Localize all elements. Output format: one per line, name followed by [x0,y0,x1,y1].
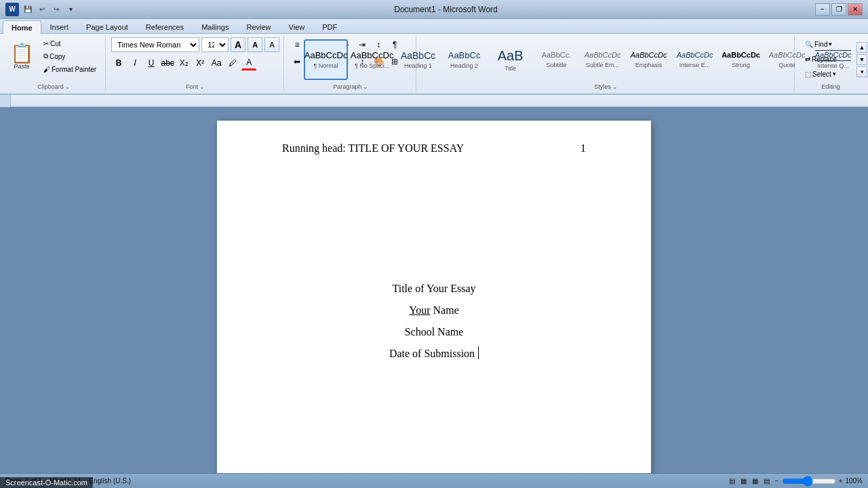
align-left-button[interactable]: ⬅ [290,54,304,69]
view-fullscreen-btn[interactable]: ▦ [741,477,747,485]
more-quick-btn[interactable]: ▾ [64,3,77,16]
style-emphasis-preview: AaBbCcDc [631,51,667,60]
font-expand-icon[interactable]: ⌄ [199,83,205,90]
style-heading2-preview: AaBbCc [448,50,481,61]
copy-icon: ⧉ [43,52,48,60]
replace-button[interactable]: ⇄ Replace [800,52,861,66]
tab-pdf[interactable]: PDF [313,20,346,33]
clipboard-small-buttons: ✂ Cut ⧉ Copy 🖌 Format Painter [39,37,101,82]
clipboard-label: Clipboard ⌄ [37,82,71,90]
zoom-slider[interactable] [782,477,836,485]
undo-quick-btn[interactable]: ↩ [36,3,48,16]
clipboard-expand-icon[interactable]: ⌄ [65,83,71,90]
underline-button[interactable]: U [144,56,159,70]
view-outline-btn[interactable]: ▤ [764,477,770,485]
strikethrough-button[interactable]: abc [160,56,175,70]
zoom-level: 100% [845,477,863,485]
find-button[interactable]: 🔍 Find ▾ [800,37,861,51]
redo-quick-btn[interactable]: ↪ [50,3,62,16]
font-family-select[interactable]: Times New Roman [111,37,199,52]
superscript-button[interactable]: X² [193,56,208,70]
italic-button[interactable]: I [127,56,142,70]
style-no-spacing[interactable]: AaBbCcDc ¶ No Spaci... [350,39,394,80]
style-gallery: AaBbCcDc ¶ Normal AaBbCcDc ¶ No Spaci...… [304,39,855,80]
style-emphasis-label: Emphasis [635,62,663,68]
tab-insert[interactable]: Insert [41,20,78,33]
style-strong[interactable]: AaBbCcDc Strong [719,39,763,80]
style-intense-e[interactable]: AaBbCcDc Intense E... [673,39,717,80]
tab-review[interactable]: Review [237,20,279,33]
bold-button[interactable]: B [111,56,126,70]
paintbrush-icon: 🖌 [43,66,50,73]
subscript-button[interactable]: X₂ [176,56,191,70]
cut-button[interactable]: ✂ Cut [39,37,101,49]
screencast-watermark: Screencast-O-Matic.com [0,477,93,488]
style-title-label: Title [505,65,516,72]
save-quick-btn[interactable]: 💾 [22,3,34,16]
clear-format-button[interactable]: A [264,37,279,52]
style-subtle-em[interactable]: AaBbCcDc Subtle Em... [580,39,625,80]
title-bar-left: W 💾 ↩ ↪ ▾ [5,3,77,16]
style-normal-label: ¶ Normal [313,62,338,69]
styles-expand-icon[interactable]: ⌄ [612,83,618,90]
grow-font-button[interactable]: A [231,37,245,52]
title-bar: W 💾 ↩ ↪ ▾ Document1 - Microsoft Word − ❐… [0,0,868,19]
author-name: Your Name [409,300,458,321]
style-normal[interactable]: AaBbCcDc ¶ Normal [304,39,348,80]
document-area: Running head: TITLE OF YOUR ESSAY 1 Titl… [0,107,868,473]
author-name-rest: Name [433,304,459,316]
style-heading1[interactable]: AaBbCc Heading 1 [396,39,440,80]
date-text: Date of Submission [389,348,475,359]
style-subtitle-label: Subtitle [547,62,567,68]
tab-mailings[interactable]: Mailings [193,20,237,33]
paste-icon: 📋 [10,44,34,63]
bullets-button[interactable]: ≡ [290,37,304,52]
style-title[interactable]: AaB Title [488,39,532,80]
select-button[interactable]: ⬚ Select ▾ [800,67,861,81]
style-normal-preview: AaBbCcDc [304,50,348,61]
style-heading2-label: Heading 2 [450,62,478,69]
find-icon: 🔍 [805,41,813,48]
minimize-button[interactable]: − [815,3,830,16]
restore-button[interactable]: ❐ [831,3,846,16]
close-button[interactable]: ✕ [848,3,863,16]
format-painter-button[interactable]: 🖌 Format Painter [39,63,101,75]
copy-button[interactable]: ⧉ Copy [39,50,101,62]
zoom-in-button[interactable]: + [839,477,843,485]
editing-group: 🔍 Find ▾ ⇄ Replace ⬚ Select ▾ Editing [796,36,865,92]
tab-home[interactable]: Home [3,20,41,34]
style-subtitle[interactable]: AaBbCc. Subtitle [534,39,578,80]
status-bar: Page: 1 of 1 Words: 14 English (U.S.) ▤ … [0,473,868,488]
style-no-spacing-preview: AaBbCcDc [351,50,394,61]
font-label: Font ⌄ [186,82,205,90]
paragraph-label: Paragraph ⌄ [333,82,368,90]
style-strong-label: Strong [732,62,750,68]
view-print-btn[interactable]: ▤ [729,477,735,485]
cut-label: Cut [50,40,61,47]
highlight-button[interactable]: 🖊 [225,56,240,70]
select-label: Select [812,70,831,78]
tab-view[interactable]: View [280,20,314,33]
paragraph-expand-icon[interactable]: ⌄ [363,83,368,90]
window-controls: − ❐ ✕ [815,3,863,16]
paste-button[interactable]: 📋 Paste [7,37,37,77]
font-format-row: B I U abc X₂ X² Aa 🖊 A [111,56,279,70]
horizontal-ruler [11,95,868,106]
essay-title: Title of Your Essay [393,278,476,300]
font-color-button[interactable]: A [241,56,256,70]
document-page[interactable]: Running head: TITLE OF YOUR ESSAY 1 Titl… [217,121,651,473]
change-case-button[interactable]: Aa [209,56,224,70]
select-icon: ⬚ [805,70,811,78]
tab-references[interactable]: References [137,20,193,33]
style-emphasis[interactable]: AaBbCcDc Emphasis [627,39,671,80]
shrink-font-button[interactable]: A [248,37,262,52]
format-painter-label: Format Painter [52,66,96,73]
style-intense-e-label: Intense E... [679,62,711,68]
style-heading2[interactable]: AaBbCc Heading 2 [442,39,486,80]
view-web-btn[interactable]: ▦ [752,477,758,485]
zoom-out-button[interactable]: − [775,477,779,485]
tab-page-layout[interactable]: Page Layout [77,20,137,33]
font-size-select[interactable]: 12 [201,37,229,52]
style-subtitle-preview: AaBbCc. [542,51,571,60]
style-no-spacing-label: ¶ No Spaci... [355,62,389,69]
